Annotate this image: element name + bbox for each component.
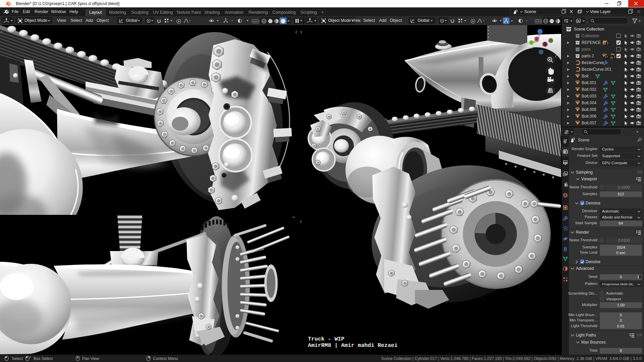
svg-text:X: X [536, 38, 538, 41]
svg-text:Y: Y [530, 41, 532, 45]
svg-text:Truck - WIP: Truck - WIP [308, 336, 344, 342]
svg-text:AmirRM8 | Amir mahdi Rezaei: AmirRM8 | Amir mahdi Rezaei [308, 342, 397, 349]
svg-text:Z: Z [539, 30, 541, 34]
